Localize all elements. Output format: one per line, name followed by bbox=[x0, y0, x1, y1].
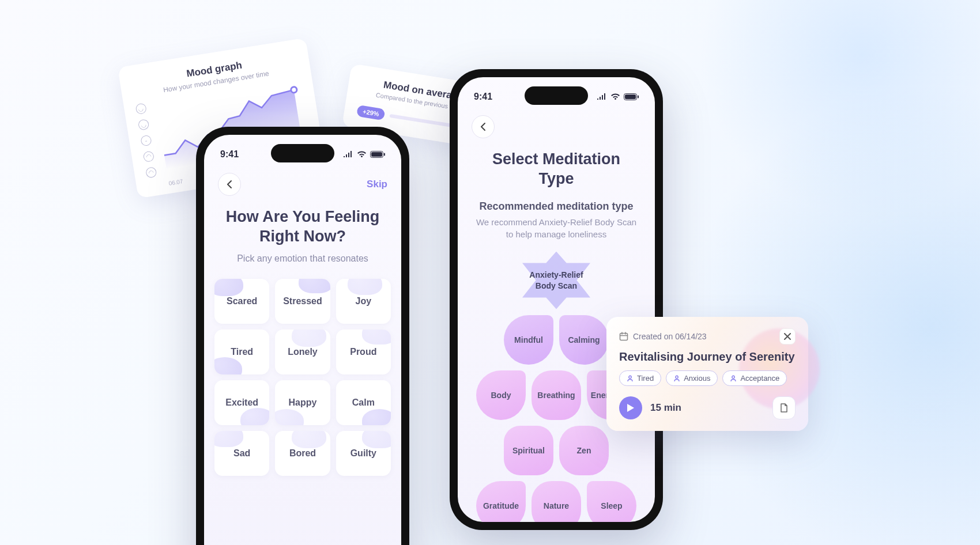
emotion-tile-calm[interactable]: Calm bbox=[336, 380, 391, 425]
page-title: How Are You Feeling Right Now? bbox=[204, 196, 401, 247]
recommend-label: Recommended meditation type bbox=[458, 200, 655, 213]
status-time: 9:41 bbox=[474, 92, 492, 102]
svg-point-0 bbox=[291, 86, 297, 93]
meditation-tile-label: Spiritual bbox=[512, 446, 545, 455]
emotion-label: Bored bbox=[289, 448, 316, 459]
emotion-label: Guilty bbox=[350, 448, 376, 459]
meditation-tile-label: Mindful bbox=[514, 335, 543, 345]
mood-face-sad-icon: ◠ bbox=[143, 150, 155, 162]
session-title: Revitalising Journey of Serenity bbox=[619, 350, 796, 364]
emotion-label: Proud bbox=[350, 347, 376, 357]
play-button[interactable] bbox=[619, 396, 642, 419]
svg-rect-5 bbox=[371, 152, 382, 157]
emotion-tile-happy[interactable]: Happy bbox=[275, 380, 330, 425]
tag-label: Tired bbox=[637, 374, 654, 383]
play-icon bbox=[627, 403, 635, 412]
emotion-label: Tired bbox=[231, 347, 253, 357]
calendar-icon bbox=[619, 332, 628, 341]
emotion-tile-excited[interactable]: Excited bbox=[214, 380, 269, 425]
battery-icon bbox=[370, 151, 385, 158]
meditation-tile-spiritual[interactable]: Spiritual bbox=[504, 426, 553, 475]
emotion-tile-sad[interactable]: Sad bbox=[214, 431, 269, 476]
mood-average-delta-badge: +29% bbox=[356, 105, 386, 120]
meditation-tile-breathing[interactable]: Breathing bbox=[532, 370, 581, 420]
meditation-tile-sleep[interactable]: Sleep bbox=[587, 481, 636, 523]
emotion-tile-bored[interactable]: Bored bbox=[275, 431, 330, 476]
phone-emotion-picker: 9:41 Skip How Are You Feeling Right Now?… bbox=[196, 127, 409, 545]
mood-face-very-happy-icon: ◡ bbox=[135, 103, 147, 115]
meditation-tile-calming[interactable]: Calming bbox=[559, 315, 609, 365]
emotion-tile-scared[interactable]: Scared bbox=[214, 279, 269, 324]
chevron-left-icon bbox=[481, 123, 485, 131]
emotion-tile-guilty[interactable]: Guilty bbox=[336, 431, 391, 476]
tag-label: Acceptance bbox=[740, 374, 779, 383]
svg-point-10 bbox=[732, 376, 734, 378]
session-tag-tired[interactable]: Tired bbox=[619, 370, 661, 386]
emotion-label: Lonely bbox=[288, 347, 318, 357]
mood-average-bar-icon bbox=[389, 114, 458, 128]
emotion-tile-stressed[interactable]: Stressed bbox=[275, 279, 330, 324]
document-icon bbox=[779, 403, 789, 413]
mood-face-happy-icon: ◡ bbox=[138, 119, 150, 131]
emotion-tile-joy[interactable]: Joy bbox=[336, 279, 391, 324]
meditation-recommended-tile[interactable]: Anxiety-Relief Body Scan bbox=[522, 252, 590, 309]
emotion-label: Scared bbox=[227, 296, 257, 306]
emotion-label: Stressed bbox=[283, 296, 322, 306]
session-tag-acceptance[interactable]: Acceptance bbox=[722, 370, 787, 386]
meditation-tile-zen[interactable]: Zen bbox=[559, 426, 609, 475]
meditation-tile-label: Calming bbox=[568, 335, 600, 345]
dynamic-island-icon bbox=[525, 86, 588, 105]
meditation-tile-label: Nature bbox=[544, 501, 569, 510]
meditation-tile-label: Body bbox=[491, 391, 511, 400]
meditation-tile-label: Sleep bbox=[601, 501, 622, 510]
emotion-tile-proud[interactable]: Proud bbox=[336, 330, 391, 374]
svg-point-8 bbox=[629, 376, 631, 378]
battery-icon bbox=[624, 93, 639, 100]
created-on-label: Created on 06/14/23 bbox=[619, 332, 707, 341]
emotion-label: Joy bbox=[356, 296, 372, 306]
session-duration: 15 min bbox=[650, 402, 681, 414]
close-icon bbox=[784, 333, 791, 340]
close-button[interactable] bbox=[779, 328, 796, 345]
transcript-button[interactable] bbox=[772, 396, 796, 419]
wifi-icon bbox=[610, 93, 620, 100]
meditation-tile-label: Breathing bbox=[537, 391, 575, 400]
page-title: Select Meditation Type bbox=[458, 138, 655, 189]
emotion-label: Excited bbox=[225, 398, 258, 408]
skip-link[interactable]: Skip bbox=[367, 179, 387, 190]
svg-point-9 bbox=[676, 376, 678, 378]
emotion-label: Calm bbox=[352, 398, 375, 408]
meditation-tile-body[interactable]: Body bbox=[476, 370, 526, 420]
person-icon bbox=[627, 375, 634, 382]
person-icon bbox=[673, 375, 680, 382]
svg-rect-2 bbox=[625, 94, 636, 99]
wifi-icon bbox=[357, 151, 367, 158]
status-time: 9:41 bbox=[220, 149, 239, 160]
phone-meditation-type: 9:41 Select Meditation Type Recommended … bbox=[450, 69, 663, 530]
meditation-tile-nature[interactable]: Nature bbox=[532, 481, 581, 523]
session-tag-anxious[interactable]: Anxious bbox=[666, 370, 718, 386]
cellular-icon bbox=[597, 93, 607, 100]
meditation-recommended-label: Anxiety-Relief Body Scan bbox=[522, 252, 590, 309]
meditation-tile-mindful[interactable]: Mindful bbox=[504, 315, 553, 365]
meditation-tile-label: Gratitude bbox=[483, 501, 519, 510]
mood-face-neutral-icon: - bbox=[140, 135, 152, 147]
tag-label: Anxious bbox=[684, 374, 710, 383]
meditation-tile-label: Zen bbox=[577, 446, 591, 455]
created-on-text: Created on 06/14/23 bbox=[633, 332, 707, 341]
back-button[interactable] bbox=[472, 115, 495, 138]
session-card: Created on 06/14/23 Revitalising Journey… bbox=[606, 317, 808, 431]
person-icon bbox=[730, 375, 737, 382]
recommend-description: We recommend Anxiety-Relief Body Scan to… bbox=[458, 216, 655, 240]
emotion-tile-tired[interactable]: Tired bbox=[214, 330, 269, 374]
chevron-left-icon bbox=[227, 180, 232, 188]
svg-rect-7 bbox=[620, 334, 628, 340]
mood-face-very-sad-icon: ◠ bbox=[145, 166, 157, 179]
meditation-tile-gratitude[interactable]: Gratitude bbox=[476, 481, 526, 523]
back-button[interactable] bbox=[218, 173, 241, 196]
svg-rect-3 bbox=[638, 96, 639, 99]
cellular-icon bbox=[343, 151, 353, 158]
emotion-label: Happy bbox=[289, 398, 317, 408]
svg-rect-6 bbox=[384, 153, 385, 156]
emotion-tile-lonely[interactable]: Lonely bbox=[275, 330, 330, 374]
